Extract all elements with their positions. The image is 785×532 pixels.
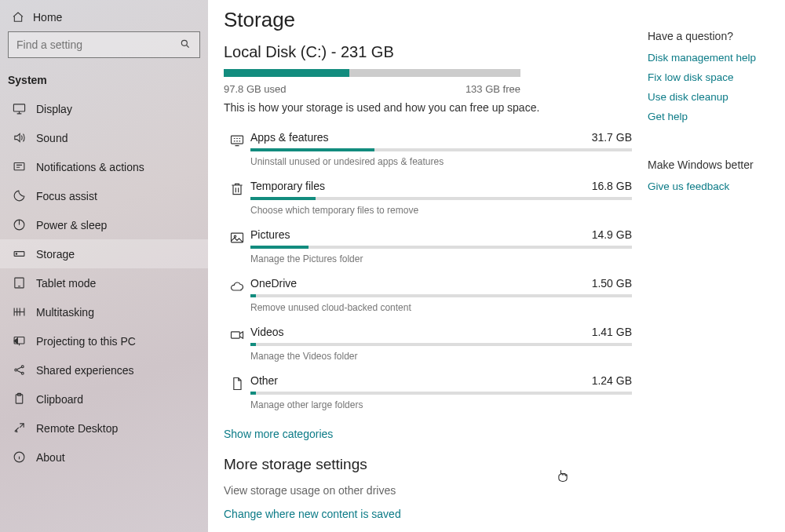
show-more-categories-link[interactable]: Show more categories — [224, 428, 632, 440]
category-subtext: Manage the Videos folder — [250, 351, 632, 362]
svg-rect-2 — [14, 163, 24, 170]
multitask-icon — [11, 305, 27, 319]
sidebar-item-label: Tablet mode — [36, 277, 96, 290]
category-bar — [250, 294, 632, 297]
focus-icon — [11, 189, 27, 202]
svg-point-5 — [16, 253, 16, 254]
category-apps[interactable]: Apps & features31.7 GBUninstall unused o… — [224, 126, 632, 175]
home-icon — [11, 11, 25, 24]
apps-icon — [224, 131, 250, 148]
sidebar-item-shared[interactable]: Shared experiences — [0, 355, 208, 384]
sidebar-item-sound[interactable]: Sound — [0, 123, 208, 152]
sidebar-item-label: Shared experiences — [36, 364, 134, 377]
trash-icon — [224, 180, 250, 197]
category-other[interactable]: Other1.24 GBManage other large folders — [224, 370, 632, 418]
search-icon — [180, 38, 191, 49]
category-bar — [250, 246, 632, 249]
sidebar-item-power[interactable]: Power & sleep — [0, 210, 208, 239]
home-label: Home — [33, 11, 62, 24]
category-size: 31.7 GB — [592, 131, 632, 144]
category-name: Temporary files — [250, 180, 325, 192]
sidebar-item-label: Notifications & actions — [36, 161, 144, 173]
category-name: Pictures — [250, 228, 290, 241]
home-link[interactable]: Home — [0, 6, 208, 31]
sidebar-item-label: Power & sleep — [36, 219, 107, 231]
picture-icon — [224, 228, 250, 246]
category-subtext: Manage other large folders — [250, 399, 632, 410]
remote-icon — [11, 421, 27, 435]
search-input[interactable] — [8, 31, 200, 58]
svg-point-16 — [234, 235, 236, 238]
nav-list: DisplaySoundNotifications & actionsFocus… — [0, 94, 208, 472]
sidebar-group-label: System — [0, 69, 208, 94]
free-label: 133 GB free — [466, 83, 520, 95]
sidebar-item-display[interactable]: Display — [0, 94, 208, 123]
sidebar-item-tablet[interactable]: Tablet mode — [0, 268, 208, 297]
projecting-icon — [11, 334, 27, 348]
disk-usage-fill — [224, 69, 349, 77]
help-link[interactable]: Fix low disk space — [648, 71, 781, 83]
category-size: 14.9 GB — [592, 228, 632, 241]
cloud-icon — [224, 277, 250, 294]
feedback-link[interactable]: Give us feedback — [648, 180, 781, 192]
svg-rect-1 — [13, 104, 24, 111]
svg-point-9 — [21, 366, 24, 368]
help-pane: Have a question? Disk management helpFix… — [648, 8, 781, 532]
more-storage-link[interactable]: View storage usage on other drives — [224, 484, 632, 497]
power-icon — [11, 218, 27, 231]
content-column: Storage Local Disk (C:) - 231 GB 97.8 GB… — [224, 8, 648, 532]
svg-point-8 — [14, 369, 16, 371]
help-link[interactable]: Use disk cleanup — [648, 91, 781, 103]
sidebar-item-notifications[interactable]: Notifications & actions — [0, 152, 208, 181]
used-label: 97.8 GB used — [224, 83, 287, 95]
sidebar-item-label: Storage — [36, 248, 75, 261]
category-picture[interactable]: Pictures14.9 GBManage the Pictures folde… — [224, 224, 632, 272]
sidebar-item-label: Display — [36, 103, 72, 115]
sidebar-item-label: Multitasking — [36, 306, 94, 319]
category-list: Apps & features31.7 GBUninstall unused o… — [224, 126, 632, 418]
sidebar-item-storage[interactable]: Storage — [0, 239, 208, 268]
sidebar-item-label: Sound — [36, 132, 68, 144]
category-subtext: Manage the Pictures folder — [250, 253, 632, 264]
sidebar-item-label: Remote Desktop — [36, 422, 118, 435]
sidebar-item-focus[interactable]: Focus assist — [0, 181, 208, 210]
disk-usage-bar — [224, 69, 520, 77]
svg-point-0 — [181, 40, 187, 46]
feedback-heading: Make Windows better — [648, 159, 781, 171]
more-storage-link[interactable]: Change where new content is saved — [224, 508, 632, 520]
help-link[interactable]: Disk management help — [648, 52, 781, 64]
notifications-icon — [11, 160, 27, 173]
sidebar-item-about[interactable]: About — [0, 443, 208, 472]
sidebar-item-clipboard[interactable]: Clipboard — [0, 384, 208, 414]
category-size: 1.41 GB — [592, 326, 632, 338]
sidebar-item-projecting[interactable]: Projecting to this PC — [0, 326, 208, 355]
category-trash[interactable]: Temporary files16.8 GBChoose which tempo… — [224, 175, 632, 224]
category-size: 1.50 GB — [592, 277, 632, 290]
category-bar — [250, 148, 632, 151]
clipboard-icon — [11, 392, 27, 406]
sidebar-item-remote[interactable]: Remote Desktop — [0, 414, 208, 443]
category-subtext: Remove unused cloud-backed content — [250, 302, 632, 313]
sidebar-item-label: Projecting to this PC — [36, 335, 136, 348]
question-heading: Have a question? — [648, 30, 781, 42]
sound-icon — [11, 131, 27, 144]
category-subtext: Uninstall unused or undesired apps & fea… — [250, 156, 632, 167]
sidebar-item-label: Clipboard — [36, 393, 83, 406]
display-icon — [11, 102, 27, 115]
tablet-icon — [11, 276, 27, 290]
main-area: Storage Local Disk (C:) - 231 GB 97.8 GB… — [208, 0, 785, 532]
category-video[interactable]: Videos1.41 GBManage the Videos folder — [224, 321, 632, 370]
more-storage-links: View storage usage on other drivesChange… — [224, 484, 632, 532]
category-name: Other — [250, 374, 278, 387]
category-bar — [250, 343, 632, 346]
category-name: Videos — [250, 326, 284, 338]
category-size: 16.8 GB — [592, 180, 632, 192]
disk-usage-legend: 97.8 GB used 133 GB free — [224, 83, 520, 95]
category-name: OneDrive — [250, 277, 297, 290]
search-container — [0, 31, 208, 69]
help-link[interactable]: Get help — [648, 111, 781, 122]
sidebar-item-multitask[interactable]: Multitasking — [0, 297, 208, 326]
svg-rect-17 — [232, 332, 240, 338]
shared-icon — [11, 363, 27, 377]
category-cloud[interactable]: OneDrive1.50 GBRemove unused cloud-backe… — [224, 272, 632, 321]
